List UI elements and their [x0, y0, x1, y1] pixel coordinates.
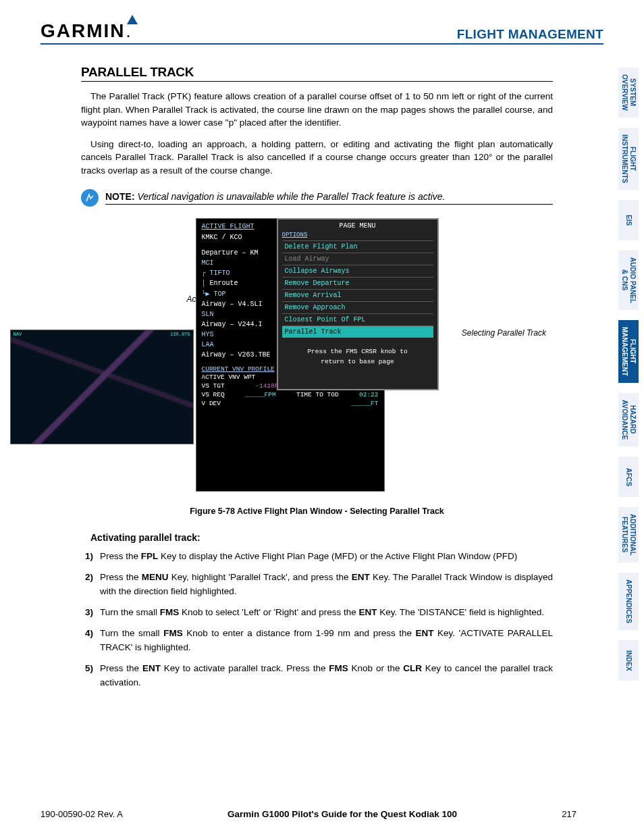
- section-title: PARALLEL TRACK: [81, 65, 553, 82]
- logo-triangle-icon: [127, 15, 138, 24]
- vnv-tod-label: TIME TO TOD: [296, 391, 339, 398]
- step-item: 3)Turn the small FMS Knob to select 'Lef…: [100, 606, 553, 620]
- tab-flight-instruments[interactable]: FLIGHTINSTRUMENTS: [618, 128, 639, 190]
- key-fms: FMS: [163, 628, 183, 638]
- step-number: 5): [85, 662, 93, 676]
- vnv-vdev: _____FT: [352, 400, 379, 407]
- note-text: NOTE: Vertical navigation is unavailable…: [105, 191, 553, 205]
- tab-additional-features[interactable]: ADDITIONALFEATURES: [618, 507, 639, 563]
- menu-hint-2: return to base page: [321, 358, 394, 365]
- tab-afcs[interactable]: AFCS: [618, 457, 639, 497]
- steps-list: 1)Press the FPL Key to display the Activ…: [81, 550, 553, 689]
- header-title: FLIGHT MANAGEMENT: [457, 27, 603, 42]
- tab-index[interactable]: INDEX: [618, 640, 639, 681]
- tab-appendices[interactable]: APPENDICES: [618, 573, 639, 630]
- note-label: NOTE:: [105, 191, 135, 202]
- step-number: 4): [85, 627, 93, 641]
- footer-left: 190-00590-02 Rev. A: [41, 809, 123, 819]
- key-fms: FMS: [160, 607, 180, 617]
- tab-eis[interactable]: EIS: [618, 200, 639, 240]
- vnv-vstgt-label: VS TGT: [202, 382, 225, 390]
- tab-system-overview[interactable]: SYSTEMOVERVIEW: [618, 68, 639, 118]
- map-screen: NAV136.975: [10, 330, 194, 444]
- step-item: 1)Press the FPL Key to display the Activ…: [100, 550, 553, 564]
- tab-flight-management[interactable]: FLIGHTMANAGEMENT: [618, 320, 639, 383]
- footer-right: 217: [562, 809, 576, 819]
- step-number: 2): [85, 571, 93, 585]
- key-ent: ENT: [142, 663, 161, 673]
- callout-parallel-track: Selecting Parallel Track: [462, 328, 546, 338]
- menu-item-remove-arrival[interactable]: Remove Arrival: [282, 289, 433, 301]
- vnv-vsreq: _____FPM: [245, 391, 276, 398]
- sidebar-tabs: SYSTEMOVERVIEWFLIGHTINSTRUMENTSEISAUDIO …: [618, 68, 639, 681]
- menu-item-delete-flight-plan[interactable]: Delete Flight Plan: [282, 240, 433, 253]
- tab-audio-panel-cns[interactable]: AUDIO PANEL& CNS: [618, 251, 639, 310]
- page-header: GARMIN FLIGHT MANAGEMENT: [41, 20, 603, 45]
- footer: 190-00590-02 Rev. A Garmin G1000 Pilot's…: [41, 809, 576, 819]
- menu-item-load-airway[interactable]: Load Airway: [282, 253, 433, 265]
- footer-center: Garmin G1000 Pilot's Guide for the Quest…: [227, 809, 457, 819]
- figure-caption: Figure 5-78 Active Flight Plan Window - …: [81, 506, 553, 516]
- key-clr: CLR: [403, 663, 422, 673]
- tab-hazard-avoidance[interactable]: HAZARDAVOIDANCE: [618, 393, 639, 446]
- key-ent: ENT: [416, 628, 434, 638]
- page-menu-subtitle: OPTIONS: [282, 232, 433, 238]
- step-number: 3): [85, 606, 93, 620]
- paragraph-intro: The Parallel Track (PTK) feature allows …: [81, 90, 553, 130]
- garmin-logo: GARMIN: [41, 20, 132, 42]
- note-icon: [81, 189, 99, 207]
- menu-hint: Press the FMS CRSR knob to return to bas…: [282, 347, 433, 367]
- logo-text: GARMIN: [41, 20, 132, 42]
- sub-heading: Activating parallel track:: [90, 532, 553, 543]
- page-menu-title: PAGE MENU: [282, 222, 433, 230]
- menu-item-remove-approach[interactable]: Remove Approach: [282, 301, 433, 313]
- menu-item-parallel-track[interactable]: Parallel Track: [282, 325, 433, 338]
- key-ent: ENT: [352, 572, 370, 582]
- step-item: 4)Turn the small FMS Knob to enter a dis…: [100, 627, 553, 655]
- vnv-tod: 02:22: [359, 391, 379, 398]
- paragraph-details: Using direct-to, loading an approach, a …: [81, 138, 553, 178]
- step-item: 5)Press the ENT Key to activate parallel…: [100, 662, 553, 690]
- key-menu: MENU: [142, 572, 169, 582]
- menu-item-collapse-airways[interactable]: Collapse Airways: [282, 265, 433, 277]
- key-fpl: FPL: [141, 551, 159, 561]
- menu-item-remove-departure[interactable]: Remove Departure: [282, 277, 433, 289]
- key-fms: FMS: [329, 663, 348, 673]
- note-body: Vertical navigation is unavailable while…: [137, 191, 445, 202]
- vnv-title: CURRENT VNV PROFILE: [202, 365, 275, 373]
- vnv-vsreq-label: VS REQ: [202, 391, 225, 398]
- page-menu-screen: PAGE MENU OPTIONS Delete Flight PlanLoad…: [277, 218, 439, 390]
- vnv-vdev-label: V DEV: [202, 400, 221, 407]
- step-number: 1): [85, 550, 93, 564]
- step-item: 2)Press the MENU Key, highlight 'Paralle…: [100, 571, 553, 599]
- svg-marker-0: [127, 15, 138, 24]
- figure-block: Active Flight Plan prior to Parallel Tra…: [81, 215, 553, 498]
- key-ent: ENT: [359, 607, 377, 617]
- note-row: NOTE: Vertical navigation is unavailable…: [81, 189, 553, 207]
- menu-item-closest-point-of-fpl[interactable]: Closest Point Of FPL: [282, 313, 433, 325]
- menu-hint-1: Press the FMS CRSR knob to: [307, 348, 407, 355]
- vnv-wpt-label: ACTIVE VNV WPT: [202, 373, 256, 381]
- fpl-title: ACTIVE FLIGHT: [202, 223, 254, 230]
